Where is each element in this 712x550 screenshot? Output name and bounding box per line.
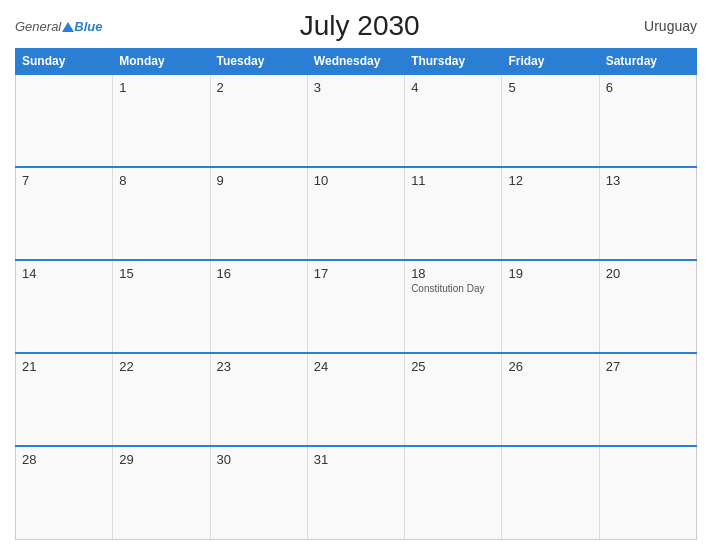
- calendar-cell: 13: [599, 167, 696, 260]
- date-number: 29: [119, 452, 203, 467]
- calendar-cell: [405, 446, 502, 539]
- calendar-cell: 20: [599, 260, 696, 353]
- date-number: 10: [314, 173, 398, 188]
- event-label: Constitution Day: [411, 283, 495, 295]
- date-number: 11: [411, 173, 495, 188]
- date-number: 13: [606, 173, 690, 188]
- week-row-3: 1415161718Constitution Day1920: [16, 260, 697, 353]
- day-header-friday: Friday: [502, 49, 599, 75]
- calendar-cell: 29: [113, 446, 210, 539]
- date-number: 2: [217, 80, 301, 95]
- day-header-thursday: Thursday: [405, 49, 502, 75]
- date-number: 31: [314, 452, 398, 467]
- calendar-table: Sunday Monday Tuesday Wednesday Thursday…: [15, 48, 697, 540]
- calendar-cell: [599, 446, 696, 539]
- calendar-title: July 2030: [102, 10, 617, 42]
- date-number: 5: [508, 80, 592, 95]
- country-label: Uruguay: [617, 18, 697, 34]
- calendar-cell: 15: [113, 260, 210, 353]
- day-header-saturday: Saturday: [599, 49, 696, 75]
- week-row-4: 21222324252627: [16, 353, 697, 446]
- day-header-monday: Monday: [113, 49, 210, 75]
- logo-blue-text: Blue: [74, 20, 102, 33]
- date-number: 28: [22, 452, 106, 467]
- date-number: 4: [411, 80, 495, 95]
- date-number: 24: [314, 359, 398, 374]
- date-number: 3: [314, 80, 398, 95]
- calendar-cell: 6: [599, 74, 696, 167]
- calendar-cell: 19: [502, 260, 599, 353]
- calendar-cell: 5: [502, 74, 599, 167]
- week-row-5: 28293031: [16, 446, 697, 539]
- date-number: 27: [606, 359, 690, 374]
- date-number: 25: [411, 359, 495, 374]
- date-number: 9: [217, 173, 301, 188]
- calendar-cell: 17: [307, 260, 404, 353]
- calendar-cell: 25: [405, 353, 502, 446]
- calendar-cell: 1: [113, 74, 210, 167]
- calendar-cell: 18Constitution Day: [405, 260, 502, 353]
- date-number: 15: [119, 266, 203, 281]
- calendar-cell: 3: [307, 74, 404, 167]
- calendar-cell: 14: [16, 260, 113, 353]
- calendar-cell: 27: [599, 353, 696, 446]
- date-number: 7: [22, 173, 106, 188]
- calendar-cell: 8: [113, 167, 210, 260]
- logo-general-text: General: [15, 20, 61, 33]
- date-number: 6: [606, 80, 690, 95]
- calendar-cell: 12: [502, 167, 599, 260]
- day-header-sunday: Sunday: [16, 49, 113, 75]
- date-number: 21: [22, 359, 106, 374]
- date-number: 18: [411, 266, 495, 281]
- calendar-cell: 10: [307, 167, 404, 260]
- calendar-cell: 9: [210, 167, 307, 260]
- date-number: 14: [22, 266, 106, 281]
- calendar-cell: 28: [16, 446, 113, 539]
- calendar-cell: 22: [113, 353, 210, 446]
- calendar-cell: 26: [502, 353, 599, 446]
- calendar-cell: 16: [210, 260, 307, 353]
- date-number: 17: [314, 266, 398, 281]
- date-number: 30: [217, 452, 301, 467]
- day-header-tuesday: Tuesday: [210, 49, 307, 75]
- calendar-cell: 11: [405, 167, 502, 260]
- week-row-1: 123456: [16, 74, 697, 167]
- date-number: 20: [606, 266, 690, 281]
- header-row: General Blue July 2030 Uruguay: [15, 10, 697, 42]
- calendar-cell: 21: [16, 353, 113, 446]
- week-row-2: 78910111213: [16, 167, 697, 260]
- calendar-cell: 24: [307, 353, 404, 446]
- calendar-wrapper: General Blue July 2030 Uruguay Sunday Mo…: [0, 0, 712, 550]
- date-number: 1: [119, 80, 203, 95]
- date-number: 26: [508, 359, 592, 374]
- day-header-wednesday: Wednesday: [307, 49, 404, 75]
- date-number: 23: [217, 359, 301, 374]
- calendar-cell: 7: [16, 167, 113, 260]
- calendar-cell: 23: [210, 353, 307, 446]
- calendar-cell: 2: [210, 74, 307, 167]
- logo-triangle-icon: [62, 22, 74, 32]
- date-number: 12: [508, 173, 592, 188]
- date-number: 8: [119, 173, 203, 188]
- date-number: 22: [119, 359, 203, 374]
- logo: General Blue: [15, 20, 102, 33]
- calendar-cell: 30: [210, 446, 307, 539]
- date-number: 16: [217, 266, 301, 281]
- calendar-cell: [16, 74, 113, 167]
- date-number: 19: [508, 266, 592, 281]
- calendar-cell: 4: [405, 74, 502, 167]
- days-header-row: Sunday Monday Tuesday Wednesday Thursday…: [16, 49, 697, 75]
- calendar-cell: [502, 446, 599, 539]
- calendar-cell: 31: [307, 446, 404, 539]
